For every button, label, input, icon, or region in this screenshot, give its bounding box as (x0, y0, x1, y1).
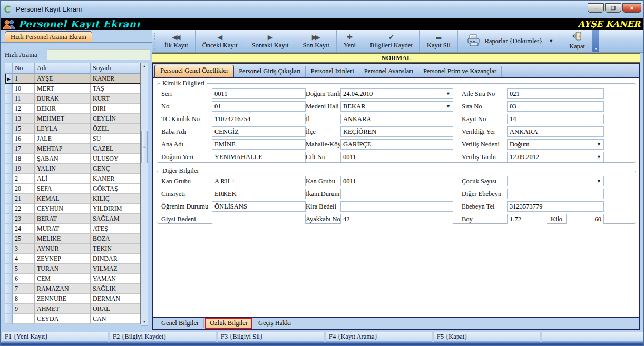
scrollbar-thumb[interactable]: ≡ (141, 131, 148, 163)
field-input[interactable]: 021 (507, 88, 604, 99)
toolbar-overflow-button[interactable]: ▾ (592, 30, 599, 52)
tab-personel-avanslari[interactable]: Personel Avansları (359, 66, 418, 77)
table-row[interactable]: 5TURANYILMAZ (5, 264, 140, 274)
previous-record-button[interactable]: ◀Önceki Kayıt (196, 30, 245, 52)
field-input[interactable]: GARİPÇE (340, 139, 453, 150)
field-input[interactable]: ▼ (507, 176, 604, 186)
cell-no: 5 (13, 264, 35, 274)
field-label: Ana Adı (161, 141, 212, 149)
first-record-button[interactable]: ◀◀İlk Kayıt (158, 30, 196, 52)
table-row[interactable]: 13MEHMETCEYLİN (5, 114, 140, 124)
table-row[interactable]: 18ŞABANULUSOY (5, 154, 140, 164)
cell-adi: BERAT (35, 214, 91, 224)
cell-soyadi: TAŞ (91, 84, 140, 94)
field-input[interactable]: YENİMAHALLE (212, 152, 306, 162)
field-input[interactable] (507, 189, 604, 199)
table-row[interactable]: CEYDACAN (5, 314, 140, 324)
field-input[interactable] (212, 214, 306, 224)
minimize-button[interactable]: ─ (588, 3, 604, 13)
last-record-button[interactable]: ▶▶Son Kayıt (296, 30, 337, 52)
quick-search-input[interactable] (47, 49, 150, 60)
scroll-down-icon[interactable]: ▼ (141, 319, 148, 325)
field-input[interactable]: 3123573779 (507, 201, 604, 212)
kilo-field[interactable]: 60 (566, 214, 604, 224)
cell-no: 25 (13, 234, 35, 244)
field-input[interactable]: 03 (507, 101, 604, 112)
maximize-button[interactable]: ❐ (605, 3, 621, 13)
field-input[interactable]: 11074216754 (212, 114, 306, 124)
table-row[interactable]: 10MERTTAŞ (5, 84, 140, 94)
field-input[interactable]: 24.04.2010▼ (340, 88, 453, 99)
field-label: Doğum Tarihi (306, 90, 340, 98)
tab-genel-bilgiler[interactable]: Genel Bilgiler (157, 318, 204, 328)
table-row[interactable]: 23BERATSAĞLAM (5, 214, 140, 224)
app-title: Personel Kayıt Ekranı (18, 18, 140, 29)
table-row[interactable]: 21KEMALKILIÇ (5, 194, 140, 204)
toolbar-drag-handle[interactable] (154, 33, 155, 50)
table-row[interactable]: ▶1AYŞEKANER (5, 74, 140, 84)
tab-ozluk-bilgiler[interactable]: Özlük Bilgiler (205, 318, 252, 329)
table-row[interactable]: 8ZENNUREDERMAN (5, 294, 140, 304)
table-row[interactable]: 19YALINGENÇ (5, 164, 140, 174)
field-input[interactable]: 0011 (340, 176, 453, 186)
row-selector (5, 134, 13, 144)
field-label: Ebebeyn Tel (462, 203, 507, 211)
tab-personel-izinleri[interactable]: Personel İzinleri (306, 66, 359, 77)
table-row[interactable]: 4ZEYNEPDINDAR (5, 254, 140, 264)
table-row[interactable]: 20SEFAGÖKTAŞ (5, 184, 140, 194)
table-row[interactable]: 2ALİKANER (5, 174, 140, 184)
field-input[interactable]: 12.09.2012▼ (507, 152, 604, 162)
field-input[interactable]: EMİNE (212, 139, 306, 150)
combo-caret-icon: ▼ (446, 89, 451, 99)
table-row[interactable]: 16JALESU (5, 134, 140, 144)
field-input[interactable]: ÖNLİSANS (212, 201, 306, 212)
field-input[interactable] (340, 201, 453, 212)
save-button[interactable]: ✔Bilgileri Kaydet (363, 30, 420, 52)
field-input[interactable]: 0011 (340, 152, 453, 162)
table-row[interactable]: 24MURATATEŞ (5, 224, 140, 234)
field-input[interactable]: 0011 (212, 88, 306, 99)
field-input[interactable]: 42 (340, 214, 453, 224)
tab-personel-genel-ozellikler[interactable]: Personel Genel Özellikler (154, 65, 234, 77)
field-input[interactable]: ANKARA (507, 126, 604, 137)
boy-field[interactable]: 1.72 (507, 214, 547, 224)
close-button[interactable]: Kapat (562, 30, 592, 52)
field-input[interactable]: Doğum▼ (507, 139, 604, 150)
field-input[interactable]: KEÇİÖREN (340, 126, 453, 137)
table-row[interactable]: 6CEMYAMAN (5, 274, 140, 284)
close-window-button[interactable]: ✕ (622, 3, 641, 13)
table-row[interactable]: 9AHMETORAL (5, 304, 140, 314)
delete-record-button[interactable]: ▬Kayıt Sil (420, 30, 458, 52)
field-input[interactable]: BEKAR▼ (340, 101, 453, 112)
quick-search-tab[interactable]: Hızlı Personel Arama Ekranı (5, 31, 92, 42)
table-row[interactable]: 22CEYHUNYILDIRIM (5, 204, 140, 214)
field-input[interactable]: 01 (212, 101, 306, 112)
table-scrollbar[interactable]: ▲ ≡ ▼ (141, 63, 148, 326)
field-label: Kira Bedeli (306, 203, 340, 211)
reports-button[interactable]: Raporlar {Dökümler}▼ (458, 30, 562, 52)
table-row[interactable]: 3AYNURTEKIN (5, 244, 140, 254)
table-row[interactable]: 12BEKIRDIRI (5, 104, 140, 114)
table-row[interactable]: 17MEHTAPGAZEL (5, 144, 140, 154)
field-input[interactable]: CENGİZ (212, 126, 306, 137)
field-input[interactable]: A RH + (212, 176, 306, 186)
new-record-button[interactable]: ✚Yeni (337, 30, 363, 52)
table-row[interactable]: 15LEYLAÖZEL (5, 124, 140, 134)
field-input[interactable] (340, 189, 453, 199)
field-input[interactable]: ANKARA (340, 114, 453, 124)
printer-icon (466, 34, 481, 48)
scroll-up-icon[interactable]: ▲ (141, 63, 148, 70)
record-state-banner: NORMAL (152, 53, 640, 63)
table-row[interactable]: 7RAMAZANSAĞLIK (5, 284, 140, 294)
tab-gecis-hakki[interactable]: Geçiş Hakkı (253, 318, 296, 328)
next-record-button[interactable]: ▶Sonraki Kayıt (245, 30, 296, 52)
table-row[interactable]: 11BURAKKURT (5, 94, 140, 104)
field-input[interactable]: 14 (507, 114, 604, 124)
field-input[interactable]: ERKEK (212, 189, 306, 199)
cell-no: 22 (13, 204, 35, 214)
cell-no: 24 (13, 224, 35, 234)
tab-personel-prim-ve-kazanclar[interactable]: Personel Prim ve Kazançlar (418, 66, 502, 77)
tab-personel-giris-cikislari[interactable]: Personel Giriş Çıkışları (234, 66, 306, 77)
table-row[interactable]: 25MELIKEBOZA (5, 234, 140, 244)
cell-soyadi: YAMAN (91, 274, 140, 284)
